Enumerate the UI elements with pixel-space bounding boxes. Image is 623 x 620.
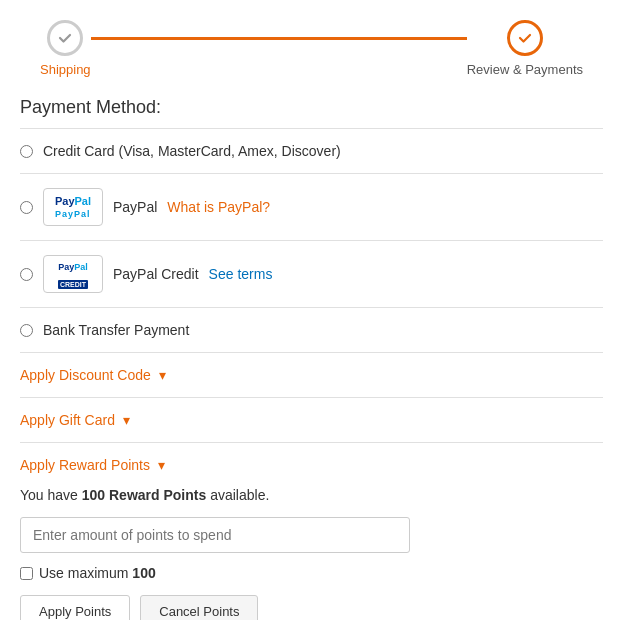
cancel-points-button[interactable]: Cancel Points (140, 595, 258, 620)
reward-buttons-row: Apply Points Cancel Points (20, 595, 603, 620)
accordion-discount-header[interactable]: Apply Discount Code ▾ (20, 353, 603, 397)
use-maximum-checkbox[interactable] (20, 567, 33, 580)
see-terms-link[interactable]: See terms (209, 266, 273, 282)
payment-option-credit-card: Credit Card (Visa, MasterCard, Amex, Dis… (20, 129, 603, 174)
stepper-step-shipping: Shipping (40, 20, 91, 77)
reward-info-text: You have 100 Reward Points available. (20, 487, 603, 503)
payment-option-paypal: PayPal PayPal PayPal What is PayPal? (20, 174, 603, 241)
stepper-circle-shipping (47, 20, 83, 56)
reward-points-body: You have 100 Reward Points available. Us… (20, 487, 603, 620)
radio-paypal[interactable] (20, 201, 33, 214)
paypal-label: PayPal (113, 199, 157, 215)
accordion-gift-card-header[interactable]: Apply Gift Card ▾ (20, 398, 603, 442)
reward-points-bold: 100 Reward Points (82, 487, 207, 503)
accordion-gift-card-arrow: ▾ (123, 412, 130, 428)
credit-card-label: Credit Card (Visa, MasterCard, Amex, Dis… (43, 143, 341, 159)
accordion-discount-arrow: ▾ (159, 367, 166, 383)
payment-section-title: Payment Method: (20, 97, 603, 118)
paypal-credit-logo: PayPal CREDIT (43, 255, 103, 293)
what-is-paypal-link[interactable]: What is PayPal? (167, 199, 270, 215)
reward-info-suffix: available. (206, 487, 269, 503)
use-maximum-label: Use maximum 100 (39, 565, 156, 581)
stepper-line (91, 37, 467, 40)
reward-info-prefix: You have (20, 487, 82, 503)
accordion-gift-card-label: Apply Gift Card (20, 412, 115, 428)
accordion-reward-points-arrow: ▾ (158, 457, 165, 473)
points-input[interactable] (20, 517, 410, 553)
stepper-label-shipping: Shipping (40, 62, 91, 77)
stepper-label-review: Review & Payments (467, 62, 583, 77)
payment-option-bank-transfer: Bank Transfer Payment (20, 308, 603, 353)
bank-transfer-label: Bank Transfer Payment (43, 322, 189, 338)
accordion-reward-points-label: Apply Reward Points (20, 457, 150, 473)
payment-option-paypal-credit: PayPal CREDIT PayPal Credit See terms (20, 241, 603, 308)
accordion-discount-label: Apply Discount Code (20, 367, 151, 383)
radio-credit-card[interactable] (20, 145, 33, 158)
stepper-circle-review (507, 20, 543, 56)
accordion-reward-points-header[interactable]: Apply Reward Points ▾ (20, 443, 603, 487)
paypal-credit-label: PayPal Credit (113, 266, 199, 282)
radio-bank-transfer[interactable] (20, 324, 33, 337)
apply-points-button[interactable]: Apply Points (20, 595, 130, 620)
accordion-reward-points: Apply Reward Points ▾ You have 100 Rewar… (20, 443, 603, 620)
main-content: Payment Method: Credit Card (Visa, Maste… (0, 87, 623, 620)
use-maximum-row: Use maximum 100 (20, 565, 603, 581)
progress-stepper: Shipping Review & Payments (0, 0, 623, 87)
accordion-discount: Apply Discount Code ▾ (20, 353, 603, 398)
radio-paypal-credit[interactable] (20, 268, 33, 281)
stepper-step-review: Review & Payments (467, 20, 583, 77)
accordion-gift-card: Apply Gift Card ▾ (20, 398, 603, 443)
paypal-logo: PayPal PayPal (43, 188, 103, 226)
